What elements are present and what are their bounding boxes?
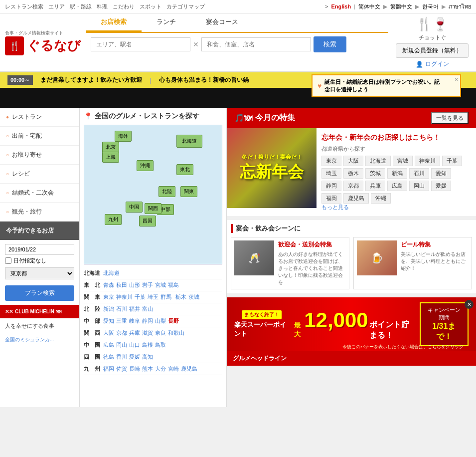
link-ehime[interactable]: 愛媛 <box>129 353 140 361</box>
pref-hokkaido[interactable]: 北海道 <box>365 156 391 166</box>
nav-spot[interactable]: スポット <box>140 3 161 10</box>
map-btn-kanto[interactable]: 関東 <box>180 186 197 197</box>
sidebar-michelin[interactable]: ✕✕ CLUB MICHELIN 🍽 <box>0 305 79 318</box>
link-miyagi[interactable]: 宮城 <box>155 281 166 289</box>
link-tottori[interactable]: 鳥取 <box>155 341 166 349</box>
map-btn-kaigai[interactable]: 海外 <box>115 131 132 142</box>
pref-hyogo[interactable]: 兵庫 <box>365 181 385 191</box>
tab-banquet[interactable]: 宴会コース <box>191 13 253 32</box>
map-btn-okinawa[interactable]: 沖縄 <box>137 160 154 171</box>
prefecture-select[interactable]: 東京都 <box>5 267 74 279</box>
pref-fukuoka[interactable]: 福岡 <box>321 193 341 204</box>
nav-area[interactable]: エリア <box>48 3 65 10</box>
link-miyazaki[interactable]: 宮崎 <box>168 365 179 373</box>
lang-thai[interactable]: ภาษาไทย <box>449 2 471 11</box>
link-hiroshima[interactable]: 広島 <box>103 341 114 349</box>
sidebar-item-wedding[interactable]: ○ 結婚式・二次会 <box>0 184 79 203</box>
date-input[interactable] <box>5 244 74 255</box>
link-yamanashi[interactable]: 山梨 <box>155 317 166 325</box>
pref-osaka[interactable]: 大阪 <box>343 156 363 166</box>
link-kanagawa[interactable]: 神奈川 <box>116 293 133 301</box>
sidebar-item-recipe[interactable]: ○ レシピ <box>0 165 79 184</box>
link-shimane[interactable]: 島根 <box>142 341 153 349</box>
pref-tochigi[interactable]: 栃木 <box>343 168 363 179</box>
login-button[interactable]: 👤 ログイン <box>416 60 449 68</box>
link-chiba[interactable]: 千葉 <box>135 293 146 301</box>
nav-cuisine[interactable]: 料理 <box>97 3 108 10</box>
lang-korean[interactable]: 한국어 <box>422 3 439 10</box>
register-button[interactable]: 新規会員登録（無料） <box>396 43 469 58</box>
pref-niigata[interactable]: 新潟 <box>387 168 407 179</box>
link-kumamoto[interactable]: 熊本 <box>142 365 153 373</box>
link-yamagata[interactable]: 山形 <box>129 281 140 289</box>
sidebar-michelin-sub[interactable]: 全国のミシュランカ... <box>0 334 79 345</box>
map-btn-kyushu[interactable]: 九州 <box>105 214 122 225</box>
pref-okinawa[interactable]: 沖縄 <box>371 193 391 204</box>
sidebar-item-travel[interactable]: ○ 観光・旅行 <box>0 203 79 222</box>
link-tokyo[interactable]: 東京 <box>103 293 114 301</box>
map-btn-chugoku[interactable]: 中国 <box>126 202 143 213</box>
link-aomori[interactable]: 青森 <box>103 281 114 289</box>
nav-kodawari[interactable]: こだわり <box>113 3 135 10</box>
link-fukuoka[interactable]: 福岡 <box>103 365 114 373</box>
pref-tokyo[interactable]: 東京 <box>321 156 341 166</box>
link-toyama[interactable]: 富山 <box>142 305 153 313</box>
map-btn-kinki[interactable]: 関西 <box>145 203 161 214</box>
link-tokushima[interactable]: 徳島 <box>103 353 114 361</box>
pref-ibaraki[interactable]: 茨城 <box>365 168 385 179</box>
feature-more-button[interactable]: 一覧を見る <box>431 112 469 124</box>
area-search-input[interactable] <box>91 37 190 51</box>
pref-kagoshima[interactable]: 鹿児島 <box>343 193 369 204</box>
pref-miyagi[interactable]: 宮城 <box>393 156 413 166</box>
link-nagasaki[interactable]: 長崎 <box>129 365 140 373</box>
prefecture-more-link[interactable]: もっと見る <box>321 204 349 210</box>
link-aichi[interactable]: 愛知 <box>103 317 114 325</box>
pref-saitama[interactable]: 埼玉 <box>321 168 341 179</box>
map-btn-hokkaido[interactable]: 北海道 <box>176 135 202 148</box>
announce-close-button[interactable]: × <box>455 76 458 82</box>
link-kochi[interactable]: 高知 <box>142 353 153 361</box>
no-date-checkbox[interactable] <box>5 257 11 264</box>
link-oita[interactable]: 大分 <box>155 365 166 373</box>
map-btn-tohoku[interactable]: 東北 <box>176 164 193 175</box>
map-btn-shanghai[interactable]: 上海 <box>102 152 119 163</box>
link-mie[interactable]: 三重 <box>116 317 127 325</box>
keyword-search-input[interactable] <box>201 37 311 51</box>
link-kagawa[interactable]: 香川 <box>116 353 127 361</box>
link-okayama[interactable]: 岡山 <box>116 341 127 349</box>
link-gifu[interactable]: 岐阜 <box>129 317 140 325</box>
logo-icon[interactable]: 🍴 <box>5 36 24 55</box>
pref-chiba[interactable]: 千葉 <box>442 156 462 166</box>
nav-station[interactable]: 駅・路線 <box>70 3 92 10</box>
sidebar-item-mailorder[interactable]: ○ お取り寄せ <box>0 146 79 165</box>
tab-shop-search[interactable]: お店検索 <box>86 13 142 32</box>
link-akita[interactable]: 秋田 <box>116 281 127 289</box>
link-kyoto[interactable]: 京都 <box>116 329 127 337</box>
lang-chinese-trad[interactable]: 繁體中文 <box>390 3 412 10</box>
link-yamaguchi[interactable]: 山口 <box>129 341 140 349</box>
link-saitama[interactable]: 埼玉 <box>148 293 159 301</box>
link-nara[interactable]: 奈良 <box>155 329 166 337</box>
sidebar-item-delivery[interactable]: ○ 出前・宅配 <box>0 127 79 146</box>
pref-kyoto[interactable]: 京都 <box>343 181 363 191</box>
link-osaka[interactable]: 大阪 <box>103 329 114 337</box>
link-shizuoka[interactable]: 静岡 <box>142 317 153 325</box>
nav-category[interactable]: カテゴリマップ <box>166 3 205 10</box>
pref-ishikawa[interactable]: 石川 <box>409 168 429 179</box>
link-ibaraki[interactable]: 茨城 <box>188 293 199 301</box>
logo-text[interactable]: ぐるなび <box>27 37 81 54</box>
link-fukushima[interactable]: 福島 <box>168 281 179 289</box>
lang-english[interactable]: English <box>331 3 351 9</box>
pref-kanagawa[interactable]: 神奈川 <box>415 156 440 166</box>
link-hyogo[interactable]: 兵庫 <box>129 329 140 337</box>
lang-chinese-simple[interactable]: 简体中文 <box>358 3 380 10</box>
link-saga[interactable]: 佐賀 <box>116 365 127 373</box>
link-gunma[interactable]: 群馬 <box>160 293 171 301</box>
sidebar-item-restaurant[interactable]: ● レストラン <box>0 108 79 127</box>
link-hokkaido[interactable]: 北海道 <box>103 269 120 277</box>
link-iwate[interactable]: 岩手 <box>142 281 153 289</box>
link-fukui[interactable]: 福井 <box>129 305 140 313</box>
plan-search-button[interactable]: プラン検索 <box>5 285 74 301</box>
link-niigata[interactable]: 新潟 <box>103 305 114 313</box>
sidebar-happiness[interactable]: 人を幸せにする食事 <box>0 318 79 334</box>
